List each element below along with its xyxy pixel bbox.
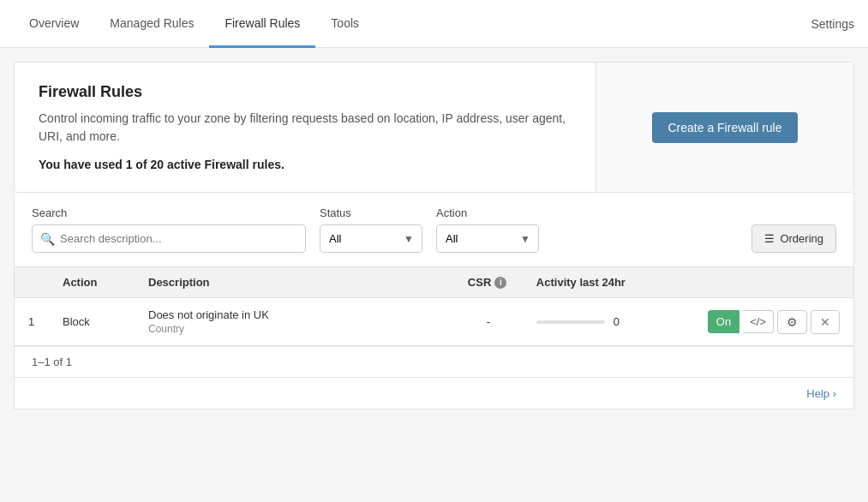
row-description: Does not originate in UK Country: [135, 298, 454, 346]
edit-button[interactable]: ⚙: [777, 310, 807, 334]
tab-tools[interactable]: Tools: [315, 1, 374, 48]
action-group: Action All Block Allow Challenge JS Chal…: [436, 206, 539, 253]
info-card-left: Firewall Rules Control incoming traffic …: [15, 63, 596, 192]
pagination-bar: 1–1 of 1: [14, 347, 854, 378]
activity-cell: 0: [536, 315, 680, 328]
toggle-on-button[interactable]: On: [708, 310, 739, 333]
info-card-usage: You have used 1 of 20 active Firewall ru…: [39, 158, 572, 171]
ordering-icon: ☰: [764, 232, 775, 245]
pagination-text: 1–1 of 1: [32, 356, 72, 368]
col-action: Action: [49, 267, 135, 298]
row-number: 1: [15, 298, 49, 346]
csr-info-icon: i: [494, 277, 506, 289]
table-body: 1 Block Does not originate in UK Country…: [15, 298, 853, 346]
activity-count: 0: [614, 315, 620, 328]
search-label: Search: [32, 206, 306, 219]
search-input[interactable]: [32, 224, 306, 253]
csr-info: CSR i: [468, 276, 506, 289]
status-select[interactable]: All Enabled Disabled: [320, 224, 422, 253]
row-actions: On </> ⚙ ✕: [708, 310, 840, 334]
tab-managed-rules[interactable]: Managed Rules: [94, 1, 209, 48]
help-bar: Help ›: [14, 378, 854, 409]
col-number: [15, 267, 49, 298]
tab-overview[interactable]: Overview: [14, 1, 94, 48]
row-csr: -: [454, 298, 523, 346]
activity-bar: [536, 320, 605, 324]
create-firewall-rule-button[interactable]: Create a Firewall rule: [652, 112, 797, 143]
col-controls: [694, 267, 853, 298]
delete-button[interactable]: ✕: [811, 310, 840, 334]
status-group: Status All Enabled Disabled ▼: [320, 206, 422, 253]
table-row: 1 Block Does not originate in UK Country…: [15, 298, 853, 346]
action-select[interactable]: All Block Allow Challenge JS Challenge: [436, 224, 539, 253]
filter-bar: Search 🔍 Status All Enabled Disabled ▼ A…: [14, 193, 854, 267]
info-card-right: Create a Firewall rule: [596, 63, 853, 192]
table-header: Action Description CSR i Activity last 2…: [15, 267, 853, 298]
settings-link[interactable]: Settings: [811, 17, 854, 31]
search-icon: 🔍: [40, 232, 55, 246]
info-card-title: Firewall Rules: [39, 83, 572, 101]
action-label: Action: [436, 206, 539, 219]
action-select-wrapper: All Block Allow Challenge JS Challenge ▼: [436, 224, 539, 253]
status-select-wrapper: All Enabled Disabled ▼: [320, 224, 422, 253]
rules-table: Action Description CSR i Activity last 2…: [15, 267, 853, 346]
row-activity: 0: [523, 298, 694, 346]
main-content: Firewall Rules Control incoming traffic …: [0, 48, 868, 423]
info-card-description: Control incoming traffic to your zone by…: [39, 110, 572, 146]
search-group: Search 🔍: [32, 206, 306, 253]
row-desc-primary: Does not originate in UK: [148, 308, 440, 321]
help-link[interactable]: Help ›: [806, 387, 836, 400]
toggle-code-button[interactable]: </>: [743, 310, 774, 333]
ordering-button[interactable]: ☰ Ordering: [751, 224, 836, 253]
table-container: Action Description CSR i Activity last 2…: [14, 267, 854, 347]
ordering-label: Ordering: [780, 232, 823, 245]
col-description: Description: [135, 267, 454, 298]
status-label: Status: [320, 206, 422, 219]
help-arrow-icon: ›: [833, 387, 836, 400]
row-action: Block: [49, 298, 135, 346]
tab-firewall-rules[interactable]: Firewall Rules: [209, 1, 315, 48]
row-controls: On </> ⚙ ✕: [694, 298, 853, 346]
search-wrapper: 🔍: [32, 224, 306, 253]
col-csr: CSR i: [454, 267, 523, 298]
top-nav: Overview Managed Rules Firewall Rules To…: [0, 0, 868, 48]
row-desc-secondary: Country: [148, 323, 440, 335]
info-card: Firewall Rules Control incoming traffic …: [14, 62, 854, 193]
col-activity: Activity last 24hr: [523, 267, 694, 298]
help-label: Help: [806, 387, 829, 400]
nav-tabs: Overview Managed Rules Firewall Rules To…: [14, 0, 374, 47]
